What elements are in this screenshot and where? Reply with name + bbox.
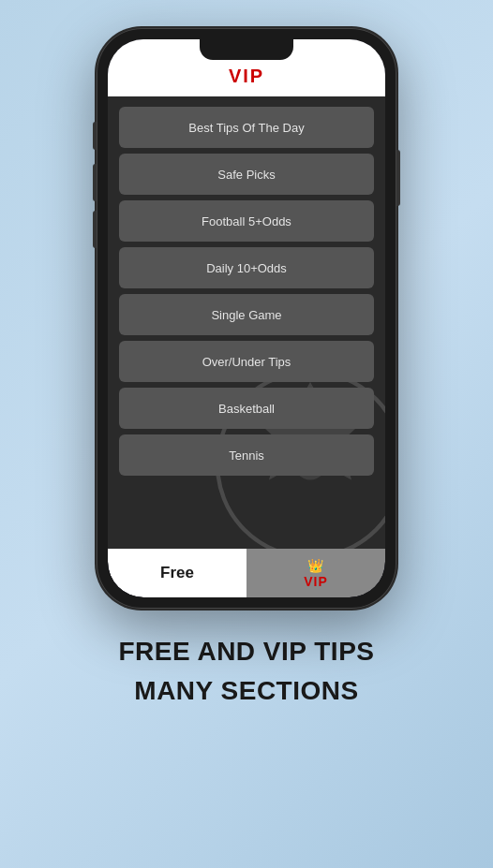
menu-list: Best Tips Of The Day Safe Picks Football… — [108, 96, 385, 486]
tab-free[interactable]: Free — [108, 549, 246, 597]
menu-item-basketball[interactable]: Basketball — [119, 388, 374, 429]
phone-outer: VIP Best Tips Of The Day Safe Picks — [97, 28, 396, 609]
phone-notch — [200, 39, 293, 60]
bottom-text-block: FREE AND VIP TIPS MANY SECTIONS — [119, 635, 375, 709]
menu-item-best-tips[interactable]: Best Tips Of The Day — [119, 107, 374, 148]
menu-item-safe-picks[interactable]: Safe Picks — [119, 154, 374, 195]
silent-button — [93, 122, 97, 150]
header-vip-title: VIP — [108, 66, 385, 87]
volume-up-button — [93, 164, 97, 201]
phone-screen: VIP Best Tips Of The Day Safe Picks — [108, 39, 385, 597]
menu-item-single-game[interactable]: Single Game — [119, 294, 374, 335]
volume-down-button — [93, 211, 97, 248]
bottom-line2: MANY SECTIONS — [119, 674, 375, 708]
tab-vip[interactable]: 👑 VIP — [246, 549, 385, 597]
crown-icon: 👑 — [307, 558, 324, 573]
power-button — [396, 150, 400, 206]
menu-item-over-under[interactable]: Over/Under Tips — [119, 341, 374, 382]
screen-tabs: Free 👑 VIP — [108, 549, 385, 597]
menu-item-tennis[interactable]: Tennis — [119, 434, 374, 476]
menu-area: Best Tips Of The Day Safe Picks Football… — [108, 96, 385, 549]
menu-item-football-5[interactable]: Football 5+Odds — [119, 200, 374, 242]
phone-mockup: VIP Best Tips Of The Day Safe Picks — [97, 28, 396, 609]
bottom-line1: FREE AND VIP TIPS — [119, 635, 375, 669]
menu-item-daily-10[interactable]: Daily 10+Odds — [119, 247, 374, 288]
